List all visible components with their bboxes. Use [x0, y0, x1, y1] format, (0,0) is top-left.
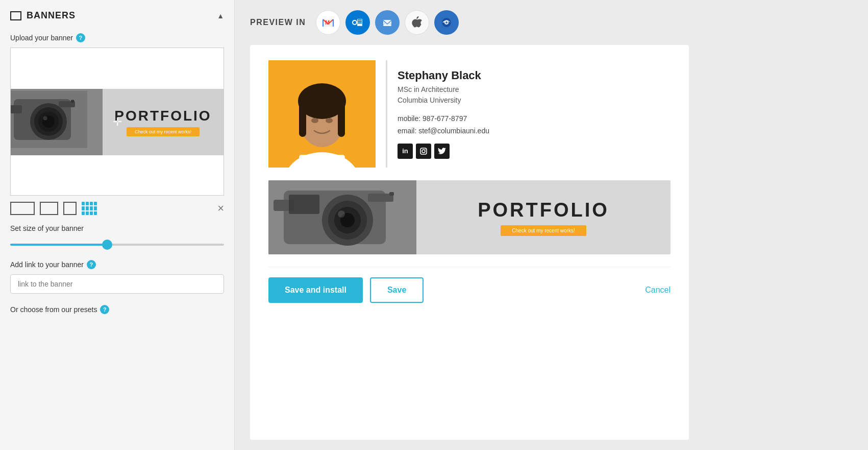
svg-rect-20	[383, 20, 391, 26]
crop-medium-btn[interactable]	[40, 202, 58, 215]
svg-rect-9	[71, 100, 74, 103]
linkedin-btn[interactable]: in	[398, 144, 413, 159]
banner-camera-area	[11, 89, 103, 155]
cancel-button[interactable]: Cancel	[645, 286, 671, 295]
sig-social: in	[398, 144, 489, 159]
panel-title: BANNERS	[10, 10, 76, 21]
signature-content: Stephany Black MSc in Architecture Colum…	[268, 60, 671, 168]
banner-cta-text: Check out my recent works!	[127, 127, 200, 136]
camera-illustration	[11, 89, 87, 153]
outlook-icon[interactable]	[345, 10, 370, 35]
svg-point-35	[422, 150, 425, 153]
twitter-btn[interactable]	[434, 144, 450, 159]
svg-rect-47	[289, 195, 319, 214]
preview-in-label: PREVIEW IN	[250, 18, 306, 27]
svg-point-31	[311, 118, 318, 123]
svg-point-24	[445, 21, 448, 23]
banner-portfolio-text: PORTFOLIO	[114, 108, 211, 124]
gmail-icon[interactable]: M	[316, 10, 340, 35]
svg-point-32	[326, 118, 333, 123]
upload-help-icon[interactable]: ?	[76, 33, 85, 42]
svg-rect-30	[338, 101, 345, 137]
svg-rect-46	[389, 192, 394, 196]
sig-banner-text-area: PORTFOLIO Check out my recent works!	[416, 199, 671, 236]
sig-contact: mobile: 987-677-8797 email: stef@columbi…	[398, 113, 489, 137]
svg-point-7	[43, 116, 47, 121]
panel-title-text: BANNERS	[27, 10, 76, 21]
sig-name: Stephany Black	[398, 69, 489, 82]
person-photo-svg	[268, 60, 376, 168]
link-input[interactable]	[10, 274, 224, 294]
instagram-btn[interactable]	[416, 144, 431, 159]
save-install-button[interactable]: Save and install	[268, 277, 363, 303]
svg-rect-33	[299, 155, 345, 168]
signature-divider	[386, 60, 387, 168]
thunderbird-icon[interactable]	[434, 10, 459, 35]
svg-rect-15	[358, 21, 362, 22]
banner-inner: PORTFOLIO Check out my recent works! ✛	[11, 89, 224, 155]
sig-title: MSc in Architecture Columbia University	[398, 84, 489, 106]
preview-header: PREVIEW IN M	[250, 10, 853, 35]
upload-label: Upload your banner ?	[10, 33, 224, 42]
svg-point-36	[425, 149, 426, 150]
signature-info: Stephany Black MSc in Architecture Colum…	[398, 60, 489, 168]
sig-banner-camera	[268, 180, 416, 254]
size-slider[interactable]	[10, 244, 224, 246]
link-help-icon[interactable]: ?	[87, 260, 96, 269]
presets-label: Or choose from our presets ?	[10, 305, 224, 314]
banner-text-area: PORTFOLIO Check out my recent works!	[103, 103, 224, 141]
svg-point-44	[338, 210, 345, 218]
left-panel: BANNERS ▲ Upload your banner ?	[0, 0, 235, 450]
signature-photo	[268, 60, 376, 168]
crop-square-btn[interactable]	[63, 202, 77, 215]
sig-portfolio-text: PORTFOLIO	[478, 199, 609, 221]
apple-icon[interactable]	[405, 10, 429, 35]
presets-help-icon[interactable]: ?	[100, 305, 109, 314]
banner-upload-area[interactable]: PORTFOLIO Check out my recent works! ✛	[10, 48, 224, 196]
size-slider-container	[10, 239, 224, 248]
crop-wide-btn[interactable]	[10, 202, 35, 215]
right-panel: PREVIEW IN M	[235, 0, 868, 450]
svg-rect-16	[358, 22, 362, 23]
svg-rect-14	[358, 19, 362, 20]
svg-rect-34	[420, 148, 427, 154]
signature-card: Stephany Black MSc in Architecture Colum…	[250, 45, 689, 440]
action-bar: Save and install Save Cancel	[268, 267, 671, 303]
size-label: Set size of your banner	[10, 224, 224, 232]
svg-rect-2	[11, 105, 22, 113]
banner-section-icon	[10, 11, 21, 20]
email-client-icons: M	[316, 10, 459, 35]
save-button[interactable]: Save	[370, 277, 424, 303]
add-link-label: Add link to your banner ?	[10, 260, 224, 269]
apple-mail-icon[interactable]	[375, 10, 400, 35]
banner-controls: ×	[10, 202, 224, 215]
sig-cta-btn: Check out my recent works!	[501, 225, 586, 236]
grid-view-btn[interactable]	[82, 202, 97, 215]
signature-banner: PORTFOLIO Check out my recent works!	[268, 180, 671, 254]
panel-header: BANNERS ▲	[10, 10, 224, 21]
svg-rect-29	[299, 101, 306, 137]
svg-point-18	[353, 21, 356, 24]
remove-banner-btn[interactable]: ×	[217, 202, 224, 215]
collapse-arrow[interactable]: ▲	[217, 12, 224, 20]
svg-text:M: M	[325, 19, 330, 26]
